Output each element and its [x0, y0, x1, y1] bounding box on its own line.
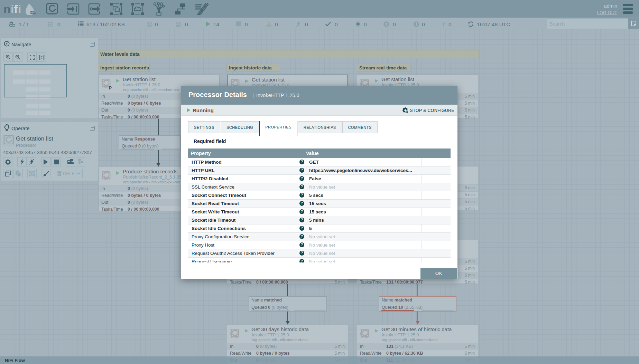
- svg-text:f: f: [14, 3, 18, 15]
- svg-text:n: n: [3, 3, 11, 15]
- svg-text:i: i: [18, 3, 21, 15]
- svg-text:?: ?: [442, 21, 445, 27]
